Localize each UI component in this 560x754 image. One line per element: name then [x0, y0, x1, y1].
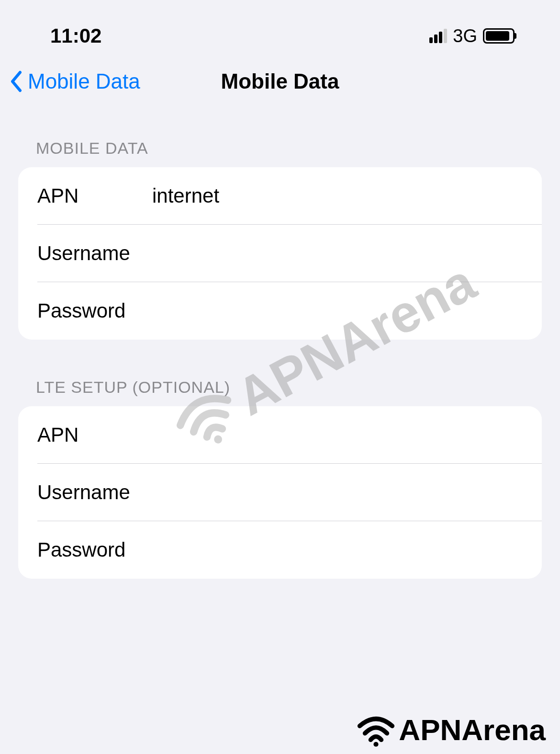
row-label-lte-username: Username	[37, 481, 152, 504]
lte-username-input[interactable]	[152, 481, 523, 504]
row-lte-password[interactable]: Password	[18, 521, 542, 579]
row-apn[interactable]: APN	[18, 167, 542, 225]
back-button[interactable]: Mobile Data	[10, 69, 140, 93]
network-type: 3G	[453, 26, 477, 46]
row-label-lte-apn: APN	[37, 423, 152, 446]
lte-password-input[interactable]	[152, 538, 523, 561]
cellular-signal-icon	[429, 29, 447, 43]
row-label-username: Username	[37, 242, 152, 265]
battery-icon	[483, 28, 515, 44]
password-input[interactable]	[152, 299, 523, 322]
row-label-lte-password: Password	[37, 538, 152, 561]
page-title: Mobile Data	[221, 69, 339, 93]
row-username[interactable]: Username	[18, 225, 542, 282]
row-label-password: Password	[37, 299, 152, 322]
watermark-bottom: APNArena	[356, 713, 546, 747]
status-time: 11:02	[50, 24, 101, 47]
apn-input[interactable]	[152, 184, 523, 207]
watermark-bottom-text: APNArena	[399, 713, 546, 747]
lte-apn-input[interactable]	[152, 423, 523, 446]
section-header-mobile-data: MOBILE DATA	[0, 139, 560, 158]
status-right-cluster: 3G	[429, 26, 515, 46]
row-lte-username[interactable]: Username	[18, 464, 542, 521]
row-lte-apn[interactable]: APN	[18, 406, 542, 464]
navigation-bar: Mobile Data Mobile Data	[0, 53, 560, 110]
status-bar: 11:02 3G	[0, 0, 560, 53]
row-password[interactable]: Password	[18, 282, 542, 340]
settings-group-lte-setup: APN Username Password	[18, 406, 542, 579]
svg-point-1	[374, 742, 379, 746]
section-header-lte-setup: LTE SETUP (OPTIONAL)	[0, 378, 560, 397]
row-label-apn: APN	[37, 184, 152, 207]
chevron-back-icon	[10, 70, 23, 92]
username-input[interactable]	[152, 242, 523, 265]
settings-group-mobile-data: APN Username Password	[18, 167, 542, 340]
back-button-label: Mobile Data	[28, 69, 140, 93]
wifi-icon	[356, 713, 396, 747]
